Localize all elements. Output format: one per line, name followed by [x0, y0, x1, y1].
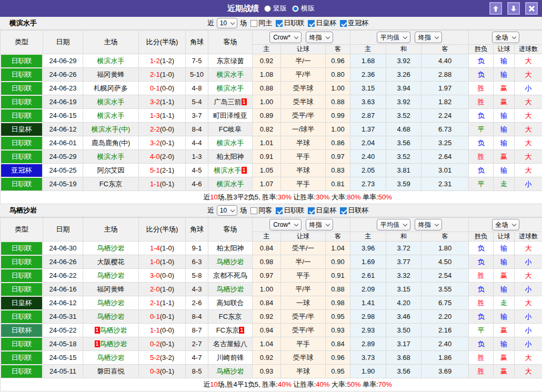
- away-team-cell[interactable]: FC岐阜: [208, 123, 253, 136]
- euro-away-odds: 3.01: [421, 164, 469, 177]
- league-cell: 日职联: [1, 95, 43, 109]
- euro-home-odds: 2.93: [350, 324, 386, 337]
- home-team-cell[interactable]: 福冈黄蜂: [83, 283, 139, 296]
- layout-radio-vertical[interactable]: 竖版: [264, 4, 287, 13]
- match-row: 日职联 24-05-11 磐田喜悦 0-3(0-1) 8-5 鸟栖沙岩 0.93…: [1, 365, 542, 378]
- euro-time-select[interactable]: 终指: [415, 32, 442, 43]
- period-select[interactable]: 全场: [492, 219, 519, 230]
- away-team-cell[interactable]: 横滨水手: [208, 177, 253, 191]
- home-team-cell[interactable]: 横滨水手(中): [83, 123, 139, 136]
- away-team-cell[interactable]: FC东京: [208, 310, 253, 324]
- euro-draw-odds: 3.94: [386, 82, 421, 95]
- asian-away-odds: 0.88: [326, 283, 350, 296]
- scroll-down-button[interactable]: [507, 2, 520, 15]
- corners-cell: 4-4: [186, 136, 208, 150]
- filter-checkbox-1[interactable]: [276, 20, 283, 27]
- home-team-cell[interactable]: 横滨水手: [83, 54, 139, 68]
- league-badge: 日职联: [1, 55, 42, 67]
- filter-checkbox-1[interactable]: [276, 207, 283, 214]
- away-team-cell[interactable]: 名古屋鲸八: [208, 337, 253, 351]
- subcol-header: 客: [326, 45, 350, 54]
- home-team-cell[interactable]: 鸟栖沙岩: [83, 242, 139, 255]
- home-team-cell[interactable]: 鸟栖沙岩: [83, 296, 139, 310]
- scroll-up-button[interactable]: [489, 2, 502, 15]
- date-cell: 24-05-18: [43, 337, 83, 351]
- home-team-cell[interactable]: 福冈黄蜂: [83, 68, 139, 82]
- euro-home-odds: 1.68: [350, 54, 386, 68]
- bookmaker-select[interactable]: Crow*: [269, 219, 302, 230]
- result-winlose: 负: [469, 337, 494, 351]
- home-team-cell[interactable]: 磐田喜悦: [83, 365, 139, 378]
- away-team-cell[interactable]: 东京绿茵: [208, 54, 253, 68]
- euro-home-odds: 3.63: [350, 95, 386, 109]
- home-team-cell[interactable]: 横滨水手: [83, 150, 139, 164]
- league-badge: 日职联: [1, 338, 42, 350]
- away-team-cell[interactable]: 广岛三箭1: [208, 95, 253, 109]
- filter-checkbox-0[interactable]: [250, 20, 257, 27]
- result-handicap: 输: [494, 242, 515, 255]
- home-team-cell[interactable]: 1鸟栖沙岩: [83, 324, 139, 337]
- home-team-cell[interactable]: 横滨水手: [83, 109, 139, 123]
- filter-checkbox-3[interactable]: [340, 20, 347, 27]
- corners-cell: 4-3: [186, 283, 208, 296]
- filter-checkbox-0[interactable]: [250, 207, 257, 214]
- league-cell: 日皇杯: [1, 296, 43, 310]
- away-team-cell[interactable]: 横滨水手: [208, 68, 253, 82]
- home-team-cell[interactable]: 1鸟栖沙岩: [83, 337, 139, 351]
- away-team-cell[interactable]: 京都不死鸟: [208, 269, 253, 283]
- result-handicap: 输: [494, 136, 515, 150]
- away-team-cell[interactable]: FC东京1: [208, 324, 253, 337]
- date-cell: 24-05-15: [43, 351, 83, 365]
- euro-draw-odds: 3.52: [386, 150, 421, 164]
- period-select[interactable]: 全场: [492, 32, 519, 43]
- match-count-select[interactable]: 10: [217, 205, 237, 216]
- odds-time-select[interactable]: 终指: [306, 219, 333, 230]
- odds-time-select[interactable]: 终指: [306, 32, 333, 43]
- close-icon: [528, 5, 535, 12]
- away-team-cell[interactable]: 横滨水手: [208, 136, 253, 150]
- filter-checkbox-3[interactable]: [340, 207, 347, 214]
- away-team-cell[interactable]: 柏太阳神: [208, 242, 253, 255]
- euro-time-select[interactable]: 终指: [415, 219, 442, 230]
- euro-source-select[interactable]: 平均值: [377, 32, 410, 43]
- match-count-select[interactable]: 10: [217, 18, 237, 28]
- away-team-cell[interactable]: 町田泽维亚: [208, 109, 253, 123]
- home-team-cell[interactable]: 鸟栖沙岩: [83, 310, 139, 324]
- home-team-cell[interactable]: 鸟栖沙岩: [83, 269, 139, 283]
- layout-radio-horizontal[interactable]: 横版: [292, 4, 315, 13]
- asian-home-odds: 0.89: [253, 109, 281, 123]
- away-team-cell[interactable]: 高知联合: [208, 296, 253, 310]
- bookmaker-select[interactable]: Crow*: [269, 32, 302, 43]
- league-cell: 日职联: [1, 82, 43, 95]
- result-winlose: 胜: [469, 269, 494, 283]
- filter-checkbox-2[interactable]: [308, 207, 315, 214]
- away-team-cell[interactable]: 川崎前锋: [208, 351, 253, 365]
- away-team-cell[interactable]: 鸟栖沙岩: [208, 255, 253, 269]
- asian-handicap: 平手: [281, 337, 326, 351]
- away-team-cell[interactable]: 横滨水手1: [208, 164, 253, 177]
- match-row: 日职联 24-06-30 鸟栖沙岩 1-4(1-0) 9-1 柏太阳神 0.84…: [1, 242, 542, 255]
- radio-vertical-icon[interactable]: [264, 5, 271, 12]
- result-goals: 小: [515, 337, 542, 351]
- home-team-cell[interactable]: 鸟栖沙岩: [83, 351, 139, 365]
- league-badge: 日职联: [1, 242, 42, 255]
- euro-source-select[interactable]: 平均值: [377, 219, 410, 230]
- league-badge: 日职联: [1, 310, 42, 323]
- home-team-cell[interactable]: 大阪樱花: [83, 255, 139, 269]
- away-team-cell[interactable]: 鸟栖沙岩: [208, 365, 253, 378]
- home-team-cell[interactable]: FC东京: [83, 177, 139, 191]
- home-team-cell[interactable]: 阿尔艾因: [83, 164, 139, 177]
- corners-cell: 2-6: [186, 296, 208, 310]
- away-team-cell[interactable]: 鸟栖沙岩: [208, 283, 253, 296]
- home-team-cell[interactable]: 鹿岛鹿角(中): [83, 136, 139, 150]
- filter-checkbox-2[interactable]: [308, 20, 315, 27]
- result-goals: 大: [515, 109, 542, 123]
- away-team-cell[interactable]: 横滨水手: [208, 82, 253, 95]
- home-team-cell[interactable]: 札幌冈萨多: [83, 82, 139, 95]
- away-team-cell[interactable]: 柏太阳神: [208, 150, 253, 164]
- radio-horizontal-icon[interactable]: [292, 5, 299, 12]
- asian-away-odds: 0.88: [326, 95, 350, 109]
- close-button[interactable]: [525, 2, 538, 15]
- asian-handicap: 平手: [281, 150, 326, 164]
- home-team-cell[interactable]: 横滨水手: [83, 95, 139, 109]
